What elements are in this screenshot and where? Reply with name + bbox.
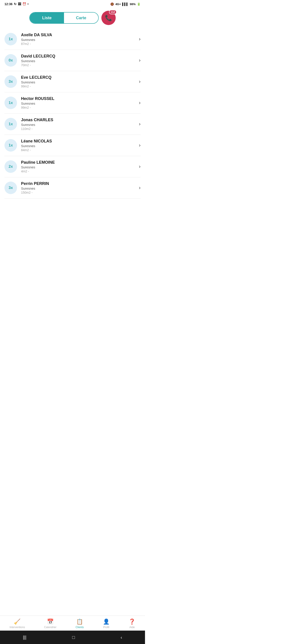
client-list-item[interactable]: 3xPerrin PERRINSuresnes150m2 -› xyxy=(5,177,141,198)
carte-toggle-button[interactable]: Carte xyxy=(64,12,98,23)
client-list-item[interactable]: 1xLéane NICOLASSuresnes84m2 -› xyxy=(5,135,141,156)
chevron-right-icon: › xyxy=(139,164,141,170)
client-area: 110m2 - xyxy=(21,127,137,130)
client-city: Suresnes xyxy=(21,186,137,190)
client-count-badge: 1x xyxy=(5,139,17,152)
client-name: Axelle DA SILVA xyxy=(21,33,137,37)
client-city: Suresnes xyxy=(21,59,137,63)
chevron-right-icon: › xyxy=(139,58,141,63)
client-name: Léane NICOLAS xyxy=(21,139,137,144)
chevron-right-icon: › xyxy=(139,185,141,191)
client-count-badge: 3x xyxy=(5,182,17,194)
client-info: Jonas CHARLESSuresnes110m2 - xyxy=(21,118,137,130)
status-left: 12:36 ↻ 🖼 ⏰ • xyxy=(5,2,29,6)
chevron-right-icon: › xyxy=(139,36,141,42)
client-area: 99m2 - xyxy=(21,84,137,88)
chevron-right-icon: › xyxy=(139,100,141,106)
client-count-badge: 1x xyxy=(5,33,17,46)
image-icon: 🖼 xyxy=(18,2,21,6)
client-list-item[interactable]: 1xAxelle DA SILVASuresnes87m2 -› xyxy=(5,28,141,50)
alarm-icon: ⏰ xyxy=(22,2,26,6)
client-city: Suresnes xyxy=(21,144,137,148)
battery-icon: 🔋 xyxy=(137,2,141,6)
time: 12:36 xyxy=(5,2,13,6)
phone-icon: 📞 xyxy=(105,14,112,22)
client-count-badge: 2x xyxy=(5,160,17,173)
client-city: Suresnes xyxy=(21,80,137,84)
dot-icon: • xyxy=(28,2,29,6)
status-bar: 12:36 ↻ 🖼 ⏰ • 🔕 4G+ ▌▌▌ 98% 🔋 xyxy=(0,0,145,7)
signal-icon: ▌▌▌ xyxy=(122,2,128,6)
chevron-right-icon: › xyxy=(139,142,141,148)
call-badge: 112 xyxy=(109,10,117,14)
client-list: 1xAxelle DA SILVASuresnes87m2 -›0xDavid … xyxy=(0,28,145,198)
client-name: Pauline LEMOINE xyxy=(21,160,137,165)
chevron-right-icon: › xyxy=(139,121,141,127)
client-list-item[interactable]: 1xHector ROUSSELSuresnes99m2 -› xyxy=(5,92,141,114)
client-list-item[interactable]: 2xPauline LEMOINESuresnes4m2 -› xyxy=(5,156,141,177)
client-city: Suresnes xyxy=(21,123,137,126)
client-info: David LECLERCQSuresnes70m2 - xyxy=(21,54,137,67)
emergency-call-button[interactable]: 📞 112 xyxy=(101,11,116,25)
client-count-badge: 1x xyxy=(5,96,17,109)
client-city: Suresnes xyxy=(21,165,137,169)
client-city: Suresnes xyxy=(21,38,137,42)
client-info: Perrin PERRINSuresnes150m2 - xyxy=(21,181,137,194)
client-area: 87m2 - xyxy=(21,42,137,46)
view-toggle: Liste Carte xyxy=(29,12,99,24)
client-info: Léane NICOLASSuresnes84m2 - xyxy=(21,139,137,152)
client-info: Axelle DA SILVASuresnes87m2 - xyxy=(21,33,137,46)
client-info: Eve LECLERCQSuresnes99m2 - xyxy=(21,75,137,88)
client-name: David LECLERCQ xyxy=(21,54,137,58)
chevron-right-icon: › xyxy=(139,79,141,84)
battery-label: 98% xyxy=(130,2,136,6)
client-area: 4m2 - xyxy=(21,170,137,173)
client-city: Suresnes xyxy=(21,102,137,105)
client-name: Jonas CHARLES xyxy=(21,118,137,122)
client-area: 150m2 - xyxy=(21,191,137,194)
network-label: 4G+ xyxy=(115,2,121,6)
client-info: Pauline LEMOINESuresnes4m2 - xyxy=(21,160,137,173)
client-count-badge: 0x xyxy=(5,54,17,67)
sync-icon: ↻ xyxy=(14,2,17,6)
client-info: Hector ROUSSELSuresnes99m2 - xyxy=(21,96,137,109)
client-list-item[interactable]: 3xEve LECLERCQSuresnes99m2 -› xyxy=(5,71,141,92)
client-list-item[interactable]: 1xJonas CHARLESSuresnes110m2 -› xyxy=(5,114,141,135)
client-list-item[interactable]: 0xDavid LECLERCQSuresnes70m2 -› xyxy=(5,50,141,71)
status-right: 🔕 4G+ ▌▌▌ 98% 🔋 xyxy=(110,2,141,6)
client-area: 84m2 - xyxy=(21,148,137,152)
liste-toggle-button[interactable]: Liste xyxy=(30,12,64,23)
mute-icon: 🔕 xyxy=(110,2,114,6)
client-area: 99m2 - xyxy=(21,106,137,109)
client-name: Perrin PERRIN xyxy=(21,181,137,186)
toggle-area: Liste Carte 📞 112 xyxy=(0,7,145,28)
client-count-badge: 3x xyxy=(5,75,17,88)
client-name: Eve LECLERCQ xyxy=(21,75,137,80)
client-name: Hector ROUSSEL xyxy=(21,96,137,101)
client-area: 70m2 - xyxy=(21,63,137,67)
client-count-badge: 1x xyxy=(5,118,17,130)
